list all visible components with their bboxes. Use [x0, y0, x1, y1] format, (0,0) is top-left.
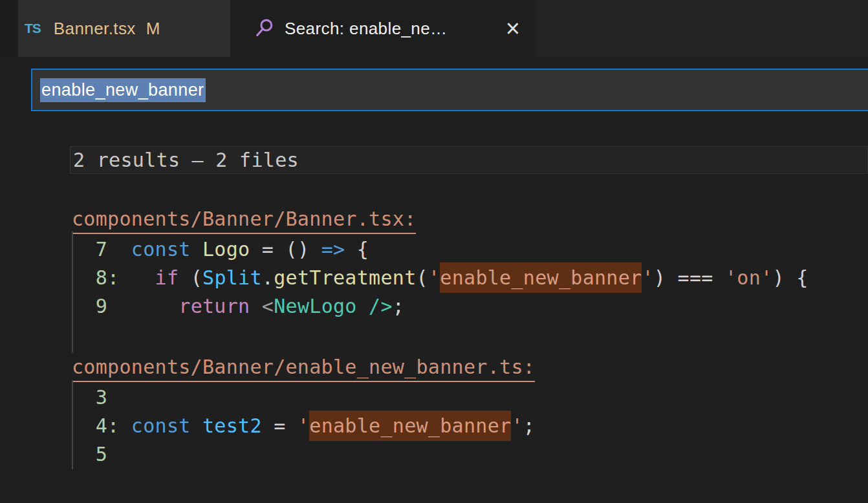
code-token: ) {: [772, 266, 808, 289]
code-token: 3: [72, 386, 107, 409]
code-token: = (): [250, 238, 321, 261]
typescript-file-icon: TS: [25, 21, 41, 36]
tab-label: Search: enable_ne…: [285, 19, 447, 39]
results-summary-text: 2 results – 2 files: [73, 149, 299, 171]
code-line[interactable]: 3: [72, 383, 868, 412]
code-token: [107, 295, 179, 317]
search-editor-window: TS Banner.tsx M Search: enable_ne… × ena…: [0, 0, 868, 503]
code-token: =: [262, 414, 298, 437]
code-token: 4:: [72, 414, 119, 437]
code-token: ': [428, 266, 440, 289]
tab-label: Banner.tsx: [54, 19, 136, 39]
code-token: 9: [72, 295, 107, 317]
result-block-guide-line: [72, 231, 73, 352]
tab-search-editor[interactable]: Search: enable_ne… ×: [230, 0, 536, 57]
code-line[interactable]: 8: if (Split.getTreatment('enable_new_ba…: [72, 264, 868, 292]
code-line[interactable]: 9 return <NewLogo />;: [72, 292, 868, 321]
code-token: Split: [202, 266, 262, 289]
code-line[interactable]: 4: const test2 = 'enable_new_banner';: [72, 412, 868, 440]
code-line[interactable]: 7 const Logo = () => {: [72, 235, 868, 264]
code-token: ': [298, 414, 309, 437]
code-token: ;: [393, 295, 404, 317]
result-file-block: components/Banner/enable_new_banner.ts: …: [72, 355, 868, 469]
code-token: =>: [321, 238, 345, 261]
code-token: const: [131, 238, 202, 261]
selected-query-text: enable_new_banner: [40, 78, 206, 102]
code-token: (: [417, 266, 428, 289]
results-list: components/Banner/Banner.tsx: 7 const Lo…: [72, 207, 868, 469]
code-token: 5: [72, 443, 107, 466]
file-path-link[interactable]: components/Banner/Banner.tsx:: [72, 207, 868, 235]
code-token: ) ===: [654, 266, 725, 289]
code-token: [250, 295, 261, 317]
results-summary-row: 2 results – 2 files: [70, 146, 868, 174]
code-token: const: [131, 414, 202, 437]
tab-bar-lead-spacer: [0, 0, 18, 57]
code-token: ': [511, 414, 523, 437]
search-match-highlight: enable_new_banner: [440, 262, 642, 293]
file-path-text: components/Banner/enable_new_banner.ts:: [72, 355, 535, 382]
search-icon: [254, 17, 276, 39]
file-path-text: components/Banner/Banner.tsx:: [72, 207, 416, 234]
code-token: getTreatment: [274, 266, 416, 289]
code-token: 7: [72, 238, 107, 261]
search-query-input[interactable]: enable_new_banner: [31, 69, 868, 111]
code-token: .: [262, 266, 274, 289]
code-line[interactable]: 5: [72, 440, 868, 469]
code-token: 8:: [72, 266, 119, 289]
code-token: <: [262, 295, 274, 317]
code-token: [107, 238, 131, 261]
code-token: ;: [523, 414, 535, 437]
result-file-block: components/Banner/Banner.tsx: 7 const Lo…: [72, 207, 868, 321]
code-token: />: [357, 295, 393, 317]
code-token: test2: [202, 414, 262, 437]
code-token: (: [179, 266, 202, 289]
result-block-guide-line: [72, 380, 73, 469]
code-token: if: [155, 266, 179, 289]
code-token: Logo: [202, 238, 250, 261]
code-token: {: [345, 238, 369, 261]
code-token: return: [179, 295, 250, 317]
code-token: NewLogo: [274, 295, 357, 317]
code-token: [119, 414, 131, 437]
search-match-highlight: enable_new_banner: [309, 411, 511, 441]
code-token: [119, 266, 155, 289]
modified-badge: M: [146, 19, 160, 39]
close-tab-icon[interactable]: ×: [506, 16, 520, 41]
code-token: ': [642, 266, 653, 289]
tab-bar: TS Banner.tsx M Search: enable_ne… ×: [0, 0, 868, 57]
code-token: 'on': [725, 266, 772, 289]
tab-banner-tsx[interactable]: TS Banner.tsx M: [18, 0, 230, 57]
file-path-link[interactable]: components/Banner/enable_new_banner.ts:: [72, 355, 868, 383]
